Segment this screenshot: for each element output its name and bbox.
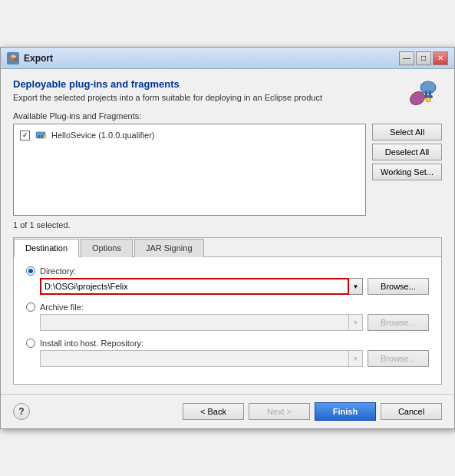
- title-bar-title: Export: [24, 53, 399, 64]
- side-buttons: Select All Deselect All Working Set...: [372, 124, 442, 216]
- svg-rect-8: [41, 135, 43, 138]
- directory-radio[interactable]: [26, 266, 35, 276]
- tab-jar-signing[interactable]: JAR Signing: [134, 239, 204, 257]
- install-input-row: ▼ Browse...: [40, 350, 429, 367]
- plugin-name: HelloSevice (1.0.0.qualifier): [51, 131, 155, 140]
- plugin-icon: [35, 129, 47, 141]
- directory-browse-button[interactable]: Browse...: [368, 278, 429, 295]
- install-browse-button[interactable]: Browse...: [368, 350, 429, 367]
- directory-dropdown-arrow[interactable]: ▼: [349, 278, 363, 295]
- selection-count: 1 of 1 selected.: [13, 220, 442, 230]
- tab-destination[interactable]: Destination: [14, 239, 79, 257]
- header-icon: [405, 78, 442, 109]
- help-button[interactable]: ?: [13, 403, 30, 420]
- header-text: Deployable plug-ins and fragments Export…: [13, 78, 322, 111]
- archive-browse-button[interactable]: Browse...: [368, 314, 429, 331]
- list-item[interactable]: ✓ HelloSevice (1.0.0.qualifier): [17, 127, 362, 143]
- svg-point-5: [426, 98, 430, 102]
- install-combo: ▼: [40, 350, 363, 367]
- maximize-button[interactable]: □: [416, 51, 431, 65]
- title-bar: 📦 Export — □ ✕: [1, 48, 454, 69]
- export-dialog: 📦 Export — □ ✕ Deployable plug-ins and f…: [0, 47, 455, 429]
- next-button[interactable]: Next >: [249, 403, 310, 420]
- header-area: Deployable plug-ins and fragments Export…: [13, 78, 442, 111]
- directory-radio-row: Directory:: [26, 266, 429, 276]
- svg-rect-7: [38, 135, 40, 138]
- archive-group: Archive file: ▼ Browse...: [26, 302, 429, 331]
- svg-point-0: [420, 81, 436, 94]
- main-content: Deployable plug-ins and fragments Export…: [1, 69, 454, 394]
- eclipse-icon: [405, 78, 442, 109]
- section-desc: Export the selected projects into a form…: [13, 93, 322, 102]
- directory-combo[interactable]: ▼: [40, 278, 363, 295]
- finish-button[interactable]: Finish: [315, 402, 376, 421]
- archive-radio[interactable]: [26, 302, 35, 312]
- svg-point-9: [43, 135, 46, 138]
- directory-input-row: ▼ Browse...: [40, 278, 429, 295]
- archive-input-row: ▼ Browse...: [40, 314, 429, 331]
- archive-combo: ▼: [40, 314, 363, 331]
- section-title: Deployable plug-ins and fragments: [13, 78, 322, 90]
- tabs-area: Destination Options JAR Signing Director…: [13, 237, 442, 385]
- nav-buttons: < Back Next > Finish Cancel: [183, 402, 442, 421]
- tab-content-destination: Directory: ▼ Browse... Archive file:: [14, 257, 441, 384]
- select-all-button[interactable]: Select All: [372, 124, 442, 140]
- directory-group: Directory: ▼ Browse...: [26, 266, 429, 295]
- install-label: Install into host. Repository:: [40, 339, 143, 348]
- tabs-header: Destination Options JAR Signing: [14, 238, 441, 257]
- install-group: Install into host. Repository: ▼ Browse.…: [26, 339, 429, 367]
- install-radio[interactable]: [26, 339, 35, 348]
- plugin-checkbox[interactable]: ✓: [20, 131, 30, 140]
- plugins-section-label: Available Plug-ins and Fragments:: [13, 111, 442, 121]
- working-set-button[interactable]: Working Set...: [372, 164, 442, 180]
- title-bar-buttons: — □ ✕: [399, 51, 448, 65]
- close-button[interactable]: ✕: [433, 51, 448, 65]
- archive-input: [40, 314, 349, 331]
- plugin-list[interactable]: ✓ HelloSevice (1.0.0.qualifier): [13, 124, 366, 216]
- deselect-all-button[interactable]: Deselect All: [372, 144, 442, 160]
- tab-options[interactable]: Options: [81, 239, 133, 257]
- archive-label: Archive file:: [40, 302, 84, 312]
- bottom-bar: ? < Back Next > Finish Cancel: [1, 394, 454, 428]
- cancel-button[interactable]: Cancel: [381, 403, 442, 420]
- minimize-button[interactable]: —: [399, 51, 414, 65]
- title-bar-icon: 📦: [7, 52, 19, 64]
- archive-dropdown-arrow: ▼: [349, 314, 363, 331]
- install-dropdown-arrow: ▼: [349, 350, 363, 367]
- archive-radio-row: Archive file:: [26, 302, 429, 312]
- install-input: [40, 350, 349, 367]
- directory-input[interactable]: [40, 278, 349, 295]
- directory-label: Directory:: [40, 266, 76, 276]
- install-radio-row: Install into host. Repository:: [26, 339, 429, 348]
- back-button[interactable]: < Back: [183, 403, 244, 420]
- plugin-list-area: ✓ HelloSevice (1.0.0.qualifier) Sele: [13, 124, 442, 216]
